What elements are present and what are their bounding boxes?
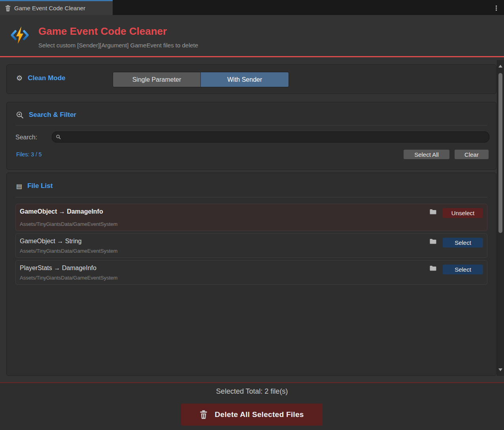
search-label: Search: bbox=[15, 134, 37, 141]
section-divider bbox=[15, 125, 487, 126]
list-icon: ▤ bbox=[16, 182, 22, 190]
page-subtitle: Select custom [Sender][Argument] GameEve… bbox=[38, 42, 198, 49]
clean-mode-title: Clean Mode bbox=[28, 74, 65, 82]
folder-icon[interactable] bbox=[430, 238, 436, 244]
trash-icon bbox=[5, 5, 11, 11]
file-rows: GameObject → DamageInfo Assets/TinyGiant… bbox=[15, 204, 487, 285]
section-divider bbox=[15, 197, 487, 197]
tab-bar: Game Event Code Cleaner bbox=[0, 0, 504, 15]
tab-title: Game Event Code Cleaner bbox=[14, 5, 85, 11]
file-list-panel: ▤ File List GameObject → DamageInfo Asse… bbox=[6, 173, 496, 376]
mode-single-parameter-button[interactable]: Single Parameter bbox=[113, 72, 201, 87]
scrollbar-thumb[interactable] bbox=[498, 73, 502, 233]
kebab-menu-icon[interactable] bbox=[493, 4, 499, 12]
code-lightning-icon bbox=[10, 26, 29, 44]
unselect-button[interactable]: Unselect bbox=[443, 208, 483, 218]
select-button[interactable]: Select bbox=[443, 238, 483, 248]
file-path: Assets/TinyGiantsData/GameEventSystem bbox=[20, 248, 117, 254]
file-name: GameObject → String bbox=[20, 238, 82, 245]
scroll-down-arrow-icon[interactable] bbox=[498, 368, 502, 371]
clean-mode-panel: ⚙ Clean Mode Single Parameter With Sende… bbox=[6, 64, 496, 94]
footer: Selected Total: 2 file(s) Delete All Sel… bbox=[0, 383, 504, 430]
trash-icon bbox=[200, 410, 208, 419]
file-row[interactable]: PlayerStats → DamageInfo Assets/TinyGian… bbox=[15, 260, 487, 285]
zoom-in-icon bbox=[16, 111, 24, 119]
clean-mode-toggle: Single Parameter With Sender bbox=[113, 72, 289, 87]
mode-with-sender-button[interactable]: With Sender bbox=[201, 72, 289, 87]
scroll-up-arrow-icon[interactable] bbox=[498, 65, 502, 68]
search-field-wrap bbox=[52, 131, 489, 143]
file-row[interactable]: GameObject → DamageInfo Assets/TinyGiant… bbox=[15, 204, 487, 231]
file-path: Assets/TinyGiantsData/GameEventSystem bbox=[20, 221, 117, 227]
search-filter-title: Search & Filter bbox=[29, 111, 76, 119]
folder-icon[interactable] bbox=[430, 209, 436, 214]
file-row[interactable]: GameObject → String Assets/TinyGiantsDat… bbox=[15, 233, 487, 258]
delete-all-selected-button[interactable]: Delete All Selected Files bbox=[181, 404, 323, 426]
page-title: Game Event Code Cleaner bbox=[38, 25, 167, 38]
file-name: PlayerStats → DamageInfo bbox=[20, 265, 96, 272]
select-button[interactable]: Select bbox=[443, 265, 483, 274]
delete-button-label: Delete All Selected Files bbox=[215, 410, 304, 419]
vertical-scrollbar[interactable] bbox=[497, 60, 504, 376]
files-count: Files: 3 / 5 bbox=[16, 151, 42, 158]
window-tab[interactable]: Game Event Code Cleaner bbox=[0, 0, 113, 15]
search-input[interactable] bbox=[63, 134, 489, 140]
header-rule bbox=[0, 56, 504, 57]
window-header: Game Event Code Cleaner Select custom [S… bbox=[0, 15, 504, 56]
select-all-button[interactable]: Select All bbox=[404, 150, 449, 159]
selected-total: Selected Total: 2 file(s) bbox=[0, 387, 504, 396]
clear-button[interactable]: Clear bbox=[455, 150, 489, 159]
search-filter-panel: Search & Filter Search: Files: 3 / 5 Sel… bbox=[6, 102, 496, 170]
gear-icon: ⚙ bbox=[16, 74, 23, 82]
file-list-title: File List bbox=[27, 182, 53, 190]
file-name: GameObject → DamageInfo bbox=[20, 208, 103, 215]
file-path: Assets/TinyGiantsData/GameEventSystem bbox=[20, 275, 117, 281]
folder-icon[interactable] bbox=[430, 265, 436, 271]
magnifier-icon bbox=[56, 135, 61, 139]
